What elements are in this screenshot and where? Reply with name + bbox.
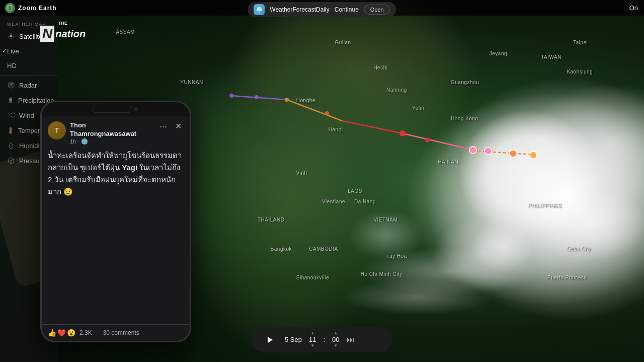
post-visibility-icon: 🌐 bbox=[82, 138, 88, 144]
svg-point-19 bbox=[259, 12, 260, 13]
on-label: On bbox=[629, 4, 638, 12]
post-footer: 👍 ❤️ 😮 2.3K 30 comments bbox=[42, 324, 190, 341]
play-button[interactable] bbox=[262, 332, 278, 348]
sidebar-divider-1 bbox=[0, 75, 58, 76]
hour-up-arrow[interactable]: ▲ bbox=[310, 331, 314, 335]
phone-container: T Thon Thamrongnawasawat 1h · 🌐 ··· ✕ น้… bbox=[0, 101, 201, 362]
player-hour: 11 bbox=[309, 336, 316, 343]
notification-continue: Continue bbox=[335, 6, 359, 13]
player-bar: 5 Sep ▲ 11 ▼ : ▲ 00 ▼ ⏭ bbox=[252, 327, 392, 352]
post-meta: 1h · 🌐 bbox=[70, 138, 153, 144]
satellite-icon bbox=[7, 32, 15, 40]
radar-icon bbox=[7, 81, 15, 89]
radar-label: Radar bbox=[19, 82, 37, 89]
minute-adjust[interactable]: ▲ 00 ▼ bbox=[332, 331, 339, 348]
avatar: T bbox=[48, 121, 66, 139]
zoom-earth-logo: Zoom Earth bbox=[0, 3, 62, 13]
phone-content: T Thon Thamrongnawasawat 1h · 🌐 ··· ✕ น้… bbox=[42, 116, 190, 341]
reaction-count: 2.3K bbox=[79, 329, 92, 336]
wow-emoji: 😮 bbox=[67, 329, 75, 337]
phone-frame: T Thon Thamrongnawasawat 1h · 🌐 ··· ✕ น้… bbox=[40, 101, 191, 342]
notification-text: WeatherForecastDaily bbox=[270, 6, 330, 13]
comment-count: 30 comments bbox=[103, 329, 139, 336]
post-menu-button[interactable]: ··· bbox=[157, 121, 169, 132]
notch-pill bbox=[92, 106, 132, 113]
nation-logo: THE N nation bbox=[40, 21, 86, 42]
svg-rect-20 bbox=[10, 35, 12, 37]
notif-source: WeatherForecastDaily bbox=[270, 6, 330, 13]
player-date: 5 Sep bbox=[285, 336, 302, 343]
sidebar-item-live[interactable]: Live bbox=[0, 44, 58, 58]
player-minute: 00 bbox=[332, 336, 339, 343]
sidebar-item-radar[interactable]: Radar bbox=[0, 78, 58, 93]
svg-marker-37 bbox=[268, 337, 273, 343]
post-header: T Thon Thamrongnawasawat 1h · 🌐 ··· ✕ bbox=[42, 116, 190, 148]
nation-the-text: THE bbox=[58, 21, 67, 26]
sidebar-item-hd[interactable]: HD bbox=[0, 58, 58, 73]
post-author-info: Thon Thamrongnawasawat 1h · 🌐 bbox=[70, 121, 153, 144]
minute-down-arrow[interactable]: ▼ bbox=[334, 344, 338, 348]
camera-dot bbox=[134, 107, 138, 111]
love-emoji: ❤️ bbox=[57, 329, 66, 337]
author-name: Thon Thamrongnawasawat bbox=[70, 121, 153, 138]
phone-notch bbox=[42, 102, 190, 116]
like-emoji: 👍 bbox=[48, 329, 56, 337]
post-text: น้ำทะเลร้อนจัดทำให้พายุโซนร้อนธรรมดากลาย… bbox=[42, 148, 190, 324]
skip-to-end-button[interactable]: ⏭ bbox=[347, 335, 355, 344]
zoom-earth-title: Zoom Earth bbox=[18, 5, 57, 12]
top-right-area: On bbox=[629, 4, 644, 12]
reaction-icons: 👍 ❤️ 😮 bbox=[48, 329, 76, 337]
nation-brand-text: nation bbox=[55, 28, 86, 40]
hd-label: HD bbox=[7, 62, 17, 69]
notification-icon bbox=[254, 4, 265, 15]
live-label: Live bbox=[7, 47, 19, 55]
facebook-post: T Thon Thamrongnawasawat 1h · 🌐 ··· ✕ น้… bbox=[42, 116, 190, 341]
minute-up-arrow[interactable]: ▲ bbox=[334, 331, 338, 335]
post-time: 1h bbox=[70, 138, 76, 144]
open-button[interactable]: Open bbox=[364, 5, 390, 15]
close-button[interactable]: ✕ bbox=[173, 121, 184, 131]
player-colon: : bbox=[323, 336, 325, 343]
nation-n-letter: N bbox=[40, 26, 54, 42]
hour-adjust[interactable]: ▲ 11 ▼ bbox=[309, 331, 316, 348]
globe-icon bbox=[5, 3, 15, 13]
notification-popup[interactable]: WeatherForecastDaily Continue Open bbox=[248, 2, 396, 17]
hour-down-arrow[interactable]: ▼ bbox=[310, 344, 314, 348]
satellite-label: Satellite bbox=[19, 33, 42, 40]
